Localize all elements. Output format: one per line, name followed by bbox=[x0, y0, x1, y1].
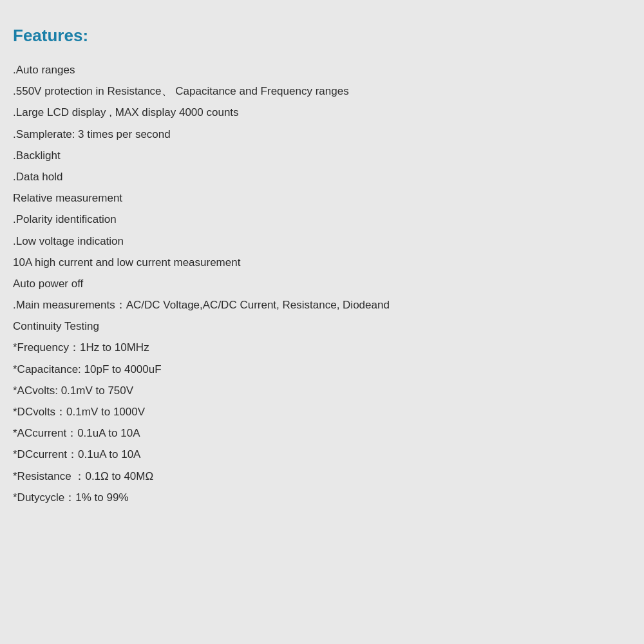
list-item: *ACvolts: 0.1mV to 750V bbox=[13, 382, 625, 399]
list-item: *ACcurrent：0.1uA to 10A bbox=[13, 424, 625, 442]
list-item: 10A high current and low current measure… bbox=[13, 254, 625, 271]
list-item: Relative measurement bbox=[13, 189, 625, 207]
list-item: .550V protection in Resistance、 Capacita… bbox=[13, 82, 625, 100]
features-title: Features: bbox=[13, 26, 625, 46]
list-item: .Low voltage indication bbox=[13, 232, 625, 250]
list-item: *Dutycycle：1% to 99% bbox=[13, 489, 625, 506]
feature-list: .Auto ranges.550V protection in Resistan… bbox=[13, 61, 625, 506]
list-item: .Samplerate: 3 times per second bbox=[13, 126, 625, 143]
list-item: Auto power off bbox=[13, 275, 625, 292]
list-item: *Resistance ：0.1Ω to 40MΩ bbox=[13, 468, 625, 485]
list-item: .Main measurements：AC/DC Voltage,AC/DC C… bbox=[13, 296, 625, 314]
features-container: Features: .Auto ranges.550V protection i… bbox=[0, 0, 644, 526]
list-item: .Backlight bbox=[13, 147, 625, 164]
list-item: *Capacitance: 10pF to 4000uF bbox=[13, 361, 625, 378]
list-item: *Frequency：1Hz to 10MHz bbox=[13, 339, 625, 356]
list-item: .Data hold bbox=[13, 168, 625, 185]
list-item: *DCcurrent：0.1uA to 10A bbox=[13, 446, 625, 463]
list-item: .Polarity identification bbox=[13, 211, 625, 228]
list-item: Continuity Testing bbox=[13, 317, 625, 335]
list-item: .Large LCD display , MAX display 4000 co… bbox=[13, 104, 625, 121]
list-item: .Auto ranges bbox=[13, 61, 625, 79]
list-item: *DCvolts：0.1mV to 1000V bbox=[13, 403, 625, 421]
